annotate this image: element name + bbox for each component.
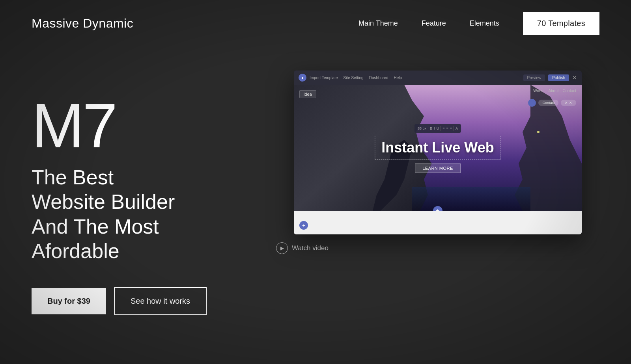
browser-headline: Instant Live Web xyxy=(375,136,500,160)
inner-nav-about[interactable]: About xyxy=(548,89,558,93)
browser-logo-icon: ● xyxy=(299,74,306,82)
navigation: Main Theme Feature Elements 70 Templates xyxy=(358,12,599,35)
browser-nav-dashboard[interactable]: Dashboard xyxy=(369,76,388,80)
browser-mockup: ● Import Template Site Setting Dashboard… xyxy=(294,71,582,234)
toolbar-align-2[interactable]: ≡ xyxy=(446,126,448,130)
browser-preview-button[interactable]: Preview xyxy=(523,74,545,81)
nav-item-main-theme[interactable]: Main Theme xyxy=(358,19,398,28)
browser-nav-help[interactable]: Help xyxy=(394,76,402,80)
hero-left: M7 The BestWebsite BuilderAnd The MostAf… xyxy=(32,71,252,315)
browser-close-icon[interactable]: ✕ xyxy=(572,74,577,81)
idea-badge: idea xyxy=(299,90,316,98)
buy-button[interactable]: Buy for $39 xyxy=(32,288,106,314)
browser-headline-text: Instant Live Web xyxy=(381,139,494,156)
main-content: M7 The BestWebsite BuilderAnd The MostAf… xyxy=(0,47,631,331)
logo: Massive Dynamic xyxy=(32,16,133,31)
hero-buttons: Buy for $39 See how it works xyxy=(32,287,252,315)
browser-pills: Contact ✕ ✕ xyxy=(528,99,576,107)
inner-nav-works[interactable]: Works xyxy=(533,89,544,93)
play-icon: ▶ xyxy=(276,242,288,254)
browser-learn-button[interactable]: LEARN MORE xyxy=(415,163,461,173)
toolbar-color[interactable]: A xyxy=(456,126,458,130)
see-how-button[interactable]: See how it works xyxy=(114,287,207,315)
floating-toolbar: 85 px B I U ≡ ≡ ≡ A xyxy=(414,124,461,133)
nav-item-feature[interactable]: Feature xyxy=(422,19,446,28)
header: Massive Dynamic Main Theme Feature Eleme… xyxy=(0,0,631,47)
browser-inner-nav: Works About Contact xyxy=(533,89,576,93)
hero-subtitle: The BestWebsite BuilderAnd The MostAford… xyxy=(32,165,252,264)
pill-button-2[interactable]: ✕ ✕ xyxy=(561,100,576,106)
plus-circle-left-icon[interactable]: + xyxy=(299,221,308,230)
browser-nav-site[interactable]: Site Setting xyxy=(344,76,364,80)
toolbar-align-3[interactable]: ≡ xyxy=(450,126,452,130)
browser-white-section: + xyxy=(294,211,582,234)
toolbar-icon-1[interactable]: B xyxy=(430,126,432,130)
browser-content: idea Works About Contact Contact ✕ ✕ 85 … xyxy=(294,85,582,211)
toolbar-label: 85 px xyxy=(418,126,426,130)
toolbar-align-1[interactable]: ≡ xyxy=(442,126,444,130)
templates-button[interactable]: 70 Templates xyxy=(523,12,599,35)
toolbar-divider-2 xyxy=(441,126,441,131)
watch-video-label: Watch video xyxy=(292,244,329,252)
toolbar-divider xyxy=(428,126,428,131)
svg-point-2 xyxy=(537,131,540,133)
watch-video[interactable]: ▶ Watch video xyxy=(276,242,329,254)
hero-right: ● Import Template Site Setting Dashboard… xyxy=(276,71,599,254)
hero-title: M7 xyxy=(32,94,252,157)
pill-circle-icon xyxy=(528,99,536,107)
pill-button-1[interactable]: Contact xyxy=(538,100,558,106)
nav-item-elements[interactable]: Elements xyxy=(470,19,499,28)
browser-publish-button[interactable]: Publish xyxy=(548,74,569,81)
browser-right-controls: Preview Publish ✕ xyxy=(523,74,577,81)
inner-nav-contact[interactable]: Contact xyxy=(563,89,576,93)
svg-rect-1 xyxy=(412,187,530,211)
browser-left-controls: ● Import Template Site Setting Dashboard… xyxy=(299,74,402,82)
browser-topbar: ● Import Template Site Setting Dashboard… xyxy=(294,71,582,85)
selection-box: Instant Live Web xyxy=(375,136,500,160)
browser-nav-import[interactable]: Import Template xyxy=(310,76,338,80)
toolbar-divider-3 xyxy=(454,126,454,131)
toolbar-icon-2[interactable]: I xyxy=(434,126,435,130)
browser-nav-items: Import Template Site Setting Dashboard H… xyxy=(310,76,402,80)
toolbar-icon-3[interactable]: U xyxy=(437,126,439,130)
